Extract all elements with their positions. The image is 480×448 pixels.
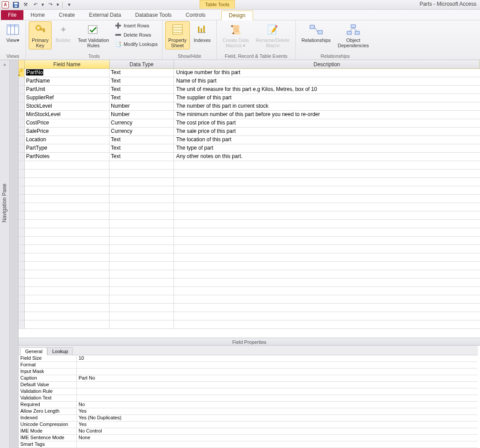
field-properties-grid[interactable]: Field Size10FormatInput MaskCaptionPart … (19, 355, 478, 448)
row-selector[interactable] (19, 77, 25, 85)
cell-fieldname[interactable] (25, 169, 110, 177)
cell-datatype[interactable] (110, 287, 174, 295)
cell-datatype[interactable] (110, 237, 174, 245)
cell-description[interactable]: The number of this part in current stock (174, 102, 480, 110)
cell-datatype[interactable] (110, 178, 174, 186)
cell-datatype[interactable] (110, 161, 174, 169)
tab-home[interactable]: Home (23, 10, 52, 20)
cell-description[interactable] (174, 320, 480, 328)
cell-datatype[interactable] (110, 304, 174, 312)
cell-description[interactable] (174, 161, 480, 169)
cell-fieldname[interactable] (25, 287, 110, 295)
qat-customize-icon[interactable]: ▾ (65, 1, 74, 9)
file-tab[interactable]: File (1, 10, 23, 20)
cell-description[interactable]: The sale price of this part (174, 128, 480, 136)
row-selector[interactable] (19, 128, 25, 136)
cell-datatype[interactable] (110, 253, 174, 261)
property-row[interactable]: IME Sentence ModeNone (19, 435, 478, 441)
cell-datatype[interactable]: Text (110, 69, 174, 77)
row-selector[interactable] (19, 279, 25, 286)
design-grid-row-empty[interactable] (19, 228, 480, 237)
design-grid-row[interactable]: CostPriceCurrencyThe cost price of this … (19, 119, 480, 128)
property-value[interactable]: 10 (77, 355, 478, 361)
row-header-corner[interactable] (19, 60, 25, 69)
design-grid-body[interactable]: 🔑▸PartNoTextUnique number for this partP… (19, 69, 480, 338)
design-grid-row-empty[interactable] (19, 304, 480, 312)
cell-datatype[interactable] (110, 295, 174, 303)
cell-fieldname[interactable]: CostPrice (25, 119, 110, 127)
design-grid-row[interactable]: SupplierRefTextThe supplier of this part (19, 94, 480, 102)
property-value[interactable]: Yes (No Duplicates) (77, 415, 478, 421)
cell-fieldname[interactable] (25, 237, 110, 245)
nav-pane-toggle[interactable]: » Navigation Pane (0, 60, 10, 448)
design-grid-row-empty[interactable] (19, 295, 480, 304)
design-grid-row[interactable]: SalePriceCurrencyThe sale price of this … (19, 128, 480, 136)
cell-datatype[interactable]: Text (110, 136, 174, 144)
cell-datatype[interactable] (110, 320, 174, 328)
property-row[interactable]: RequiredNo (19, 402, 478, 408)
property-sheet-button[interactable]: PropertySheet (165, 21, 190, 49)
cell-fieldname[interactable] (25, 203, 110, 211)
row-selector[interactable] (19, 119, 25, 127)
design-grid-row-empty[interactable] (19, 312, 480, 320)
property-value[interactable]: No (77, 402, 478, 408)
design-grid-row[interactable]: MinStockLevelNumberThe minimum number of… (19, 111, 480, 119)
access-app-icon[interactable]: A (2, 1, 9, 8)
design-grid-row-empty[interactable] (19, 220, 480, 228)
row-selector[interactable] (19, 94, 25, 102)
cell-description[interactable] (174, 220, 480, 228)
cell-description[interactable]: The cost price of this part (174, 119, 480, 127)
cell-fieldname[interactable] (25, 320, 110, 328)
cell-fieldname[interactable]: PartNo (25, 69, 110, 77)
cell-fieldname[interactable] (25, 262, 110, 270)
row-selector[interactable] (19, 161, 25, 169)
cell-datatype[interactable]: Number (110, 111, 174, 119)
design-grid-row[interactable]: PartNameTextName of this part (19, 77, 480, 86)
cell-datatype[interactable]: Text (110, 94, 174, 102)
cell-fieldname[interactable]: MinStockLevel (25, 111, 110, 119)
row-selector[interactable] (19, 304, 25, 312)
design-grid-row-empty[interactable] (19, 195, 480, 203)
cell-datatype[interactable] (110, 169, 174, 177)
design-grid-row[interactable]: PartUnitTextThe unit of measure for this… (19, 86, 480, 94)
cell-datatype[interactable]: Number (110, 102, 174, 110)
row-selector[interactable] (19, 312, 25, 320)
tab-external-data[interactable]: External Data (82, 10, 128, 20)
cell-description[interactable] (174, 195, 480, 203)
cell-description[interactable]: The minimum number of this part before y… (174, 111, 480, 119)
row-selector[interactable] (19, 169, 25, 177)
row-selector[interactable] (19, 144, 25, 152)
cell-datatype[interactable] (110, 228, 174, 236)
property-row[interactable]: IME ModeNo Control (19, 428, 478, 435)
cell-description[interactable] (174, 287, 480, 295)
design-grid-row-empty[interactable] (19, 253, 480, 262)
design-grid-row[interactable]: LocationTextThe location of this part (19, 136, 480, 144)
row-selector[interactable] (19, 237, 25, 245)
cell-datatype[interactable] (110, 186, 174, 194)
cell-datatype[interactable] (110, 203, 174, 211)
modify-lookups-button[interactable]: 📑 Modify Lookups (113, 40, 159, 49)
row-selector[interactable] (19, 287, 25, 295)
property-row[interactable]: Field Size10 (19, 355, 478, 362)
cell-datatype[interactable] (110, 211, 174, 219)
property-row[interactable]: Allow Zero LengthYes (19, 408, 478, 415)
row-selector[interactable] (19, 220, 25, 228)
cell-fieldname[interactable]: PartName (25, 77, 110, 85)
tab-design[interactable]: Design (221, 11, 253, 20)
cell-fieldname[interactable] (25, 195, 110, 203)
cell-description[interactable] (174, 245, 480, 253)
property-value[interactable]: Yes (77, 408, 478, 414)
row-selector[interactable] (19, 195, 25, 203)
design-grid-row-empty[interactable] (19, 186, 480, 195)
undo-dropdown-icon[interactable]: ▾ (41, 1, 45, 9)
row-selector[interactable] (19, 178, 25, 186)
primary-key-button[interactable]: PrimaryKey (29, 21, 52, 49)
cell-datatype[interactable]: Text (110, 77, 174, 85)
row-selector[interactable] (19, 245, 25, 253)
cell-datatype[interactable]: Currency (110, 119, 174, 127)
property-value[interactable] (77, 362, 478, 368)
cell-description[interactable] (174, 312, 480, 320)
cell-fieldname[interactable] (25, 220, 110, 228)
row-selector[interactable] (19, 86, 25, 94)
cell-description[interactable]: The unit of measure for this part e.g Ki… (174, 86, 480, 94)
